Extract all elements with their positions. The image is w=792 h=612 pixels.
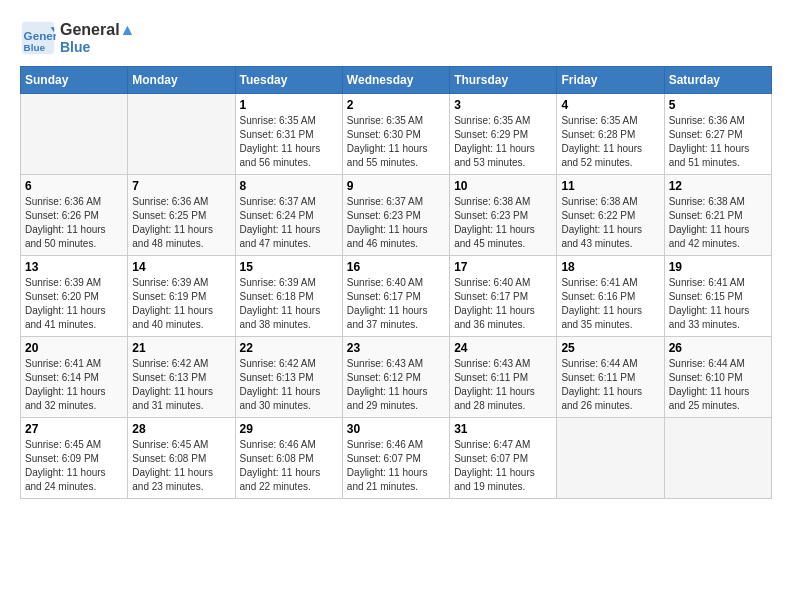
calendar-cell: 26Sunrise: 6:44 AMSunset: 6:10 PMDayligh…: [664, 337, 771, 418]
calendar-cell: 29Sunrise: 6:46 AMSunset: 6:08 PMDayligh…: [235, 418, 342, 499]
calendar-cell: 17Sunrise: 6:40 AMSunset: 6:17 PMDayligh…: [450, 256, 557, 337]
day-number: 11: [561, 179, 659, 193]
day-number: 16: [347, 260, 445, 274]
calendar-cell: 28Sunrise: 6:45 AMSunset: 6:08 PMDayligh…: [128, 418, 235, 499]
calendar-cell: 16Sunrise: 6:40 AMSunset: 6:17 PMDayligh…: [342, 256, 449, 337]
day-info: Sunrise: 6:40 AMSunset: 6:17 PMDaylight:…: [454, 276, 552, 332]
weekday-header-thursday: Thursday: [450, 67, 557, 94]
day-info: Sunrise: 6:43 AMSunset: 6:12 PMDaylight:…: [347, 357, 445, 413]
day-number: 22: [240, 341, 338, 355]
logo: General Blue General▲ Blue: [20, 20, 135, 56]
day-number: 26: [669, 341, 767, 355]
day-info: Sunrise: 6:41 AMSunset: 6:14 PMDaylight:…: [25, 357, 123, 413]
calendar-cell: 21Sunrise: 6:42 AMSunset: 6:13 PMDayligh…: [128, 337, 235, 418]
calendar-cell: 30Sunrise: 6:46 AMSunset: 6:07 PMDayligh…: [342, 418, 449, 499]
day-info: Sunrise: 6:36 AMSunset: 6:27 PMDaylight:…: [669, 114, 767, 170]
calendar-cell: 24Sunrise: 6:43 AMSunset: 6:11 PMDayligh…: [450, 337, 557, 418]
calendar-cell: 18Sunrise: 6:41 AMSunset: 6:16 PMDayligh…: [557, 256, 664, 337]
day-number: 25: [561, 341, 659, 355]
calendar-cell: 9Sunrise: 6:37 AMSunset: 6:23 PMDaylight…: [342, 175, 449, 256]
day-number: 5: [669, 98, 767, 112]
calendar-cell: 2Sunrise: 6:35 AMSunset: 6:30 PMDaylight…: [342, 94, 449, 175]
day-number: 8: [240, 179, 338, 193]
calendar-cell: 22Sunrise: 6:42 AMSunset: 6:13 PMDayligh…: [235, 337, 342, 418]
day-number: 7: [132, 179, 230, 193]
calendar-cell: 23Sunrise: 6:43 AMSunset: 6:12 PMDayligh…: [342, 337, 449, 418]
day-info: Sunrise: 6:38 AMSunset: 6:23 PMDaylight:…: [454, 195, 552, 251]
calendar-cell: 6Sunrise: 6:36 AMSunset: 6:26 PMDaylight…: [21, 175, 128, 256]
calendar-cell: 25Sunrise: 6:44 AMSunset: 6:11 PMDayligh…: [557, 337, 664, 418]
day-number: 2: [347, 98, 445, 112]
day-info: Sunrise: 6:38 AMSunset: 6:21 PMDaylight:…: [669, 195, 767, 251]
day-info: Sunrise: 6:35 AMSunset: 6:31 PMDaylight:…: [240, 114, 338, 170]
calendar-cell: 7Sunrise: 6:36 AMSunset: 6:25 PMDaylight…: [128, 175, 235, 256]
day-info: Sunrise: 6:35 AMSunset: 6:29 PMDaylight:…: [454, 114, 552, 170]
day-info: Sunrise: 6:44 AMSunset: 6:10 PMDaylight:…: [669, 357, 767, 413]
day-info: Sunrise: 6:36 AMSunset: 6:26 PMDaylight:…: [25, 195, 123, 251]
day-info: Sunrise: 6:40 AMSunset: 6:17 PMDaylight:…: [347, 276, 445, 332]
day-number: 17: [454, 260, 552, 274]
svg-text:Blue: Blue: [24, 42, 46, 53]
calendar-cell: 13Sunrise: 6:39 AMSunset: 6:20 PMDayligh…: [21, 256, 128, 337]
day-number: 3: [454, 98, 552, 112]
day-number: 4: [561, 98, 659, 112]
day-number: 24: [454, 341, 552, 355]
day-info: Sunrise: 6:37 AMSunset: 6:23 PMDaylight:…: [347, 195, 445, 251]
weekday-header-row: SundayMondayTuesdayWednesdayThursdayFrid…: [21, 67, 772, 94]
day-info: Sunrise: 6:45 AMSunset: 6:08 PMDaylight:…: [132, 438, 230, 494]
weekday-header-wednesday: Wednesday: [342, 67, 449, 94]
calendar-cell: 8Sunrise: 6:37 AMSunset: 6:24 PMDaylight…: [235, 175, 342, 256]
weekday-header-sunday: Sunday: [21, 67, 128, 94]
calendar-cell: [21, 94, 128, 175]
day-info: Sunrise: 6:46 AMSunset: 6:07 PMDaylight:…: [347, 438, 445, 494]
calendar-cell: 19Sunrise: 6:41 AMSunset: 6:15 PMDayligh…: [664, 256, 771, 337]
calendar-cell: 31Sunrise: 6:47 AMSunset: 6:07 PMDayligh…: [450, 418, 557, 499]
day-info: Sunrise: 6:42 AMSunset: 6:13 PMDaylight:…: [132, 357, 230, 413]
weekday-header-friday: Friday: [557, 67, 664, 94]
calendar-cell: 1Sunrise: 6:35 AMSunset: 6:31 PMDaylight…: [235, 94, 342, 175]
day-number: 9: [347, 179, 445, 193]
calendar-cell: [664, 418, 771, 499]
day-number: 6: [25, 179, 123, 193]
day-number: 20: [25, 341, 123, 355]
logo-icon: General Blue: [20, 20, 56, 56]
calendar-cell: 3Sunrise: 6:35 AMSunset: 6:29 PMDaylight…: [450, 94, 557, 175]
day-number: 15: [240, 260, 338, 274]
day-number: 30: [347, 422, 445, 436]
day-number: 29: [240, 422, 338, 436]
day-info: Sunrise: 6:47 AMSunset: 6:07 PMDaylight:…: [454, 438, 552, 494]
day-number: 31: [454, 422, 552, 436]
calendar-cell: 11Sunrise: 6:38 AMSunset: 6:22 PMDayligh…: [557, 175, 664, 256]
day-number: 21: [132, 341, 230, 355]
day-info: Sunrise: 6:44 AMSunset: 6:11 PMDaylight:…: [561, 357, 659, 413]
day-info: Sunrise: 6:35 AMSunset: 6:28 PMDaylight:…: [561, 114, 659, 170]
calendar-week-4: 20Sunrise: 6:41 AMSunset: 6:14 PMDayligh…: [21, 337, 772, 418]
calendar-cell: 5Sunrise: 6:36 AMSunset: 6:27 PMDaylight…: [664, 94, 771, 175]
day-info: Sunrise: 6:38 AMSunset: 6:22 PMDaylight:…: [561, 195, 659, 251]
weekday-header-monday: Monday: [128, 67, 235, 94]
svg-text:General: General: [24, 29, 56, 42]
logo-text: General▲: [60, 20, 135, 39]
calendar-cell: 27Sunrise: 6:45 AMSunset: 6:09 PMDayligh…: [21, 418, 128, 499]
day-info: Sunrise: 6:35 AMSunset: 6:30 PMDaylight:…: [347, 114, 445, 170]
day-number: 18: [561, 260, 659, 274]
day-number: 12: [669, 179, 767, 193]
calendar-cell: 4Sunrise: 6:35 AMSunset: 6:28 PMDaylight…: [557, 94, 664, 175]
day-number: 10: [454, 179, 552, 193]
calendar-week-1: 1Sunrise: 6:35 AMSunset: 6:31 PMDaylight…: [21, 94, 772, 175]
day-info: Sunrise: 6:41 AMSunset: 6:16 PMDaylight:…: [561, 276, 659, 332]
weekday-header-saturday: Saturday: [664, 67, 771, 94]
calendar-table: SundayMondayTuesdayWednesdayThursdayFrid…: [20, 66, 772, 499]
day-info: Sunrise: 6:39 AMSunset: 6:19 PMDaylight:…: [132, 276, 230, 332]
day-info: Sunrise: 6:42 AMSunset: 6:13 PMDaylight:…: [240, 357, 338, 413]
calendar-cell: [557, 418, 664, 499]
day-info: Sunrise: 6:43 AMSunset: 6:11 PMDaylight:…: [454, 357, 552, 413]
calendar-cell: 15Sunrise: 6:39 AMSunset: 6:18 PMDayligh…: [235, 256, 342, 337]
day-number: 13: [25, 260, 123, 274]
day-info: Sunrise: 6:39 AMSunset: 6:20 PMDaylight:…: [25, 276, 123, 332]
calendar-cell: 10Sunrise: 6:38 AMSunset: 6:23 PMDayligh…: [450, 175, 557, 256]
calendar-cell: [128, 94, 235, 175]
day-info: Sunrise: 6:46 AMSunset: 6:08 PMDaylight:…: [240, 438, 338, 494]
day-info: Sunrise: 6:45 AMSunset: 6:09 PMDaylight:…: [25, 438, 123, 494]
calendar-cell: 14Sunrise: 6:39 AMSunset: 6:19 PMDayligh…: [128, 256, 235, 337]
